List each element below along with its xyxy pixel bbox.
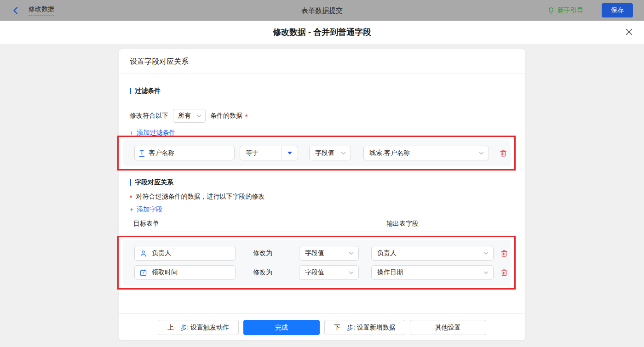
close-icon[interactable] <box>625 28 633 36</box>
value-type-select[interactable]: 字段值 <box>299 265 359 280</box>
target-field-input[interactable]: 7 领取时间 <box>134 265 236 280</box>
text-field-icon: T <box>139 149 144 157</box>
form-title: 表单数据提交 <box>301 0 343 21</box>
filter-field-input[interactable]: T 客户名称 <box>134 146 235 160</box>
other-settings-button[interactable]: 其他设置 <box>410 320 486 335</box>
filter-field-name: 客户名称 <box>149 149 175 157</box>
divider <box>119 313 525 314</box>
modal-body: 设置字段对应关系 过滤条件 修改符合以下 所有 条件的数据 * + <box>0 44 644 347</box>
done-button[interactable]: 完成 <box>243 320 320 335</box>
divider <box>130 232 514 232</box>
add-filter-condition-link[interactable]: + 添加过滤条件 <box>130 129 175 137</box>
mapping-section-title: 字段对应关系 <box>130 178 173 187</box>
chevron-down-icon <box>483 252 489 255</box>
chevron-down-icon <box>349 252 354 255</box>
value-type-select[interactable]: 字段值 <box>309 146 351 160</box>
chevron-down-icon <box>341 152 346 155</box>
divider <box>119 74 525 74</box>
sentence-suffix: 条件的数据 <box>210 112 242 120</box>
required-asterisk: * <box>130 194 132 201</box>
section-bar <box>130 179 131 186</box>
sentence-prefix: 修改符合以下 <box>130 112 168 120</box>
beginner-guide-label: 新手引导 <box>558 6 583 15</box>
value-type-select[interactable]: 字段值 <box>299 246 359 261</box>
topbar: 修改数据 表单数据提交 新手引导 保存 <box>0 0 644 21</box>
page: 修改数据 表单数据提交 新手引导 保存 修改数据 - 合并到普通字段 <box>0 0 644 347</box>
output-field-select[interactable]: 负责人 <box>371 246 494 261</box>
prev-step-button[interactable]: 上一步: 设置触发动作 <box>158 320 239 335</box>
match-mode-select[interactable]: 所有 <box>173 109 206 123</box>
next-step-button[interactable]: 下一步: 设置新增数据 <box>324 320 405 335</box>
chevron-down-icon <box>483 271 489 274</box>
plus-icon: + <box>130 206 133 213</box>
workflow-node-title[interactable]: 修改数据 <box>29 5 54 16</box>
beginner-guide-link[interactable]: 新手引导 <box>547 6 583 15</box>
target-field-input[interactable]: 负责人 <box>134 246 236 261</box>
modify-to-label: 修改为 <box>253 249 272 257</box>
mapping-row: 7 领取时间 修改为 字段值 操作日期 <box>123 265 511 280</box>
chevron-down-icon <box>196 114 201 118</box>
column-header-target-form: 目标表单 <box>133 220 159 228</box>
footer-buttons: 上一步: 设置触发动作 完成 下一步: 设置新增数据 其他设置 <box>119 320 525 335</box>
field-mapping-rows: 负责人 修改为 字段值 负责人 <box>123 240 511 286</box>
operator-select[interactable]: 等于 <box>240 146 298 160</box>
operator-dropdown-zone[interactable] <box>281 146 298 160</box>
delete-row-icon[interactable] <box>500 268 508 277</box>
chevron-down-icon <box>349 271 354 274</box>
chevron-down-icon <box>479 152 484 155</box>
add-field-link[interactable]: + 添加字段 <box>130 205 162 214</box>
output-field-select[interactable]: 操作日期 <box>371 265 494 280</box>
settings-panel: 设置字段对应关系 过滤条件 修改符合以下 所有 条件的数据 * + <box>119 49 525 340</box>
mapping-description: * 对符合过滤条件的数据，进行以下字段的修改 <box>130 193 264 201</box>
delete-row-icon[interactable] <box>500 249 508 257</box>
required-asterisk: * <box>245 113 247 120</box>
filter-section-title: 过滤条件 <box>130 87 161 95</box>
user-icon <box>139 250 147 257</box>
section-bar <box>130 88 131 94</box>
svg-text:7: 7 <box>143 272 144 275</box>
filter-sentence: 修改符合以下 所有 条件的数据 * <box>130 109 247 123</box>
modal-title: 修改数据 - 合并到普通字段 <box>273 21 371 44</box>
compare-value-select[interactable]: 线索.客户名称 <box>363 146 489 160</box>
caret-down-filled-icon <box>288 152 292 154</box>
save-button[interactable]: 保存 <box>602 3 633 17</box>
mapping-row: 负责人 修改为 字段值 负责人 <box>123 246 511 261</box>
filter-condition-row: T 客户名称 等于 字段值 线索.客户名称 <box>123 140 511 166</box>
modal-header: 修改数据 - 合并到普通字段 <box>0 21 644 44</box>
match-mode-value: 所有 <box>178 112 191 120</box>
operator-value: 等于 <box>240 149 281 157</box>
panel-title: 设置字段对应关系 <box>130 49 514 74</box>
delete-condition-icon[interactable] <box>499 149 507 157</box>
back-chevron-icon[interactable] <box>11 6 21 16</box>
calendar-icon: 7 <box>139 269 147 277</box>
lightbulb-icon <box>547 7 555 14</box>
plus-icon: + <box>130 129 133 137</box>
column-header-output-field: 输出表字段 <box>386 220 419 228</box>
modify-to-label: 修改为 <box>253 268 272 277</box>
